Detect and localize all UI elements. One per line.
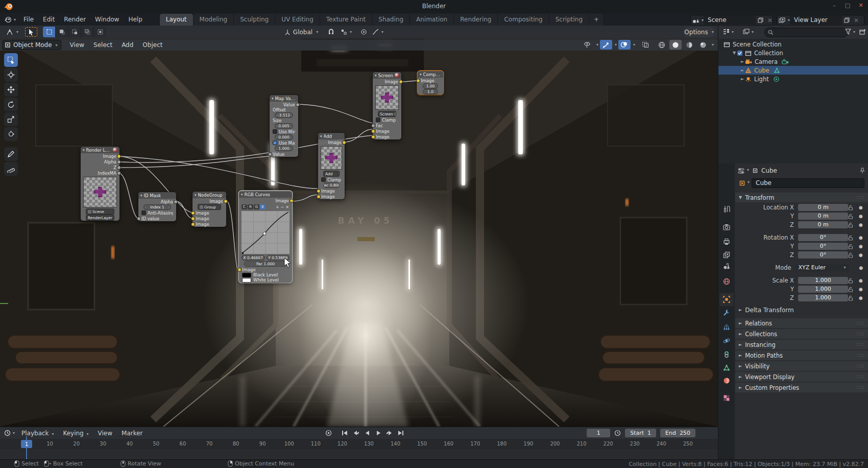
row-value-field[interactable]: 0 m (798, 221, 848, 228)
app-menu-button[interactable]: ▾ (4, 16, 16, 24)
panel-visibility[interactable]: ►Visibility:::: (735, 361, 868, 371)
collapse-node-icon[interactable]: ▾ (420, 73, 422, 77)
node-dropdown[interactable]: Scene (86, 208, 114, 215)
properties-tab-modifiers[interactable] (719, 306, 734, 319)
expand-icon[interactable]: ► (740, 68, 745, 73)
browse-icon[interactable] (88, 210, 91, 214)
lock-icon[interactable] (848, 278, 857, 284)
editor-type-timeline-icon[interactable]: ▾ (4, 430, 15, 436)
node-value-field[interactable]: ‹1.000› (275, 146, 293, 151)
lock-icon[interactable] (848, 205, 857, 210)
curve-tool-button[interactable]: − (280, 205, 285, 209)
prev-keyframe-button[interactable] (351, 429, 360, 437)
properties-tab-tool[interactable] (719, 202, 734, 216)
outliner-item-cube[interactable]: ►Cube (718, 66, 868, 75)
viewport-menu-add[interactable]: Add (117, 40, 138, 50)
panel-motion-paths[interactable]: ►Motion Paths:::: (735, 350, 868, 360)
panel-collections[interactable]: ►Collections:::: (735, 329, 868, 339)
panel-instancing[interactable]: ►Instancing:::: (735, 340, 868, 349)
snap-toggle[interactable] (325, 27, 337, 37)
select-mode-subtract[interactable] (68, 27, 81, 37)
properties-tab-physics[interactable] (719, 334, 734, 347)
properties-tab-scene[interactable] (719, 260, 734, 273)
animate-dot[interactable]: ● (857, 235, 864, 240)
view-layer-selector[interactable]: ▾ View Layer ✕ (777, 15, 864, 26)
node-dropdown[interactable]: Group (198, 204, 221, 210)
outliner-search-input[interactable] (764, 28, 848, 37)
row-value-field[interactable]: 0° (798, 243, 848, 250)
jump-to-start-button[interactable] (340, 429, 349, 437)
output-socket[interactable] (117, 166, 121, 170)
node-id-mask[interactable]: ▾ID MaskAlpha‹Index 1›Anti-AliasingID va… (138, 192, 176, 221)
checkbox[interactable]: ✓ (273, 141, 277, 145)
properties-tab-material[interactable] (719, 374, 734, 387)
animate-dot[interactable]: ● (858, 265, 864, 270)
outliner-item-light[interactable]: ►Light (718, 75, 868, 83)
node-render-layers[interactable]: ▾Render LayersImageAlphaZIndexMASceneRen… (81, 147, 119, 221)
output-socket[interactable] (117, 171, 121, 175)
node-checkbox[interactable]: Clamp (376, 118, 396, 123)
tool-annotate-button[interactable] (4, 147, 18, 161)
input-socket[interactable] (317, 195, 321, 199)
outliner-item-collection[interactable]: ▼Collection (718, 49, 868, 57)
shading-wireframe-button[interactable] (656, 40, 668, 50)
menu-render[interactable]: Render (59, 14, 90, 25)
animate-dot[interactable]: ● (857, 222, 864, 227)
node-value-field[interactable]: ‹-3.512› (275, 112, 293, 118)
node-value-field[interactable]: ‹0.000› (275, 134, 293, 140)
viewport[interactable]: BAY 05 (0, 39, 718, 427)
node-header[interactable]: ▾Add (318, 133, 345, 139)
properties-tab-data[interactable] (719, 361, 734, 375)
view-layer-name[interactable]: View Layer (790, 16, 842, 25)
output-socket[interactable] (296, 103, 300, 107)
workspace-tab-layout[interactable]: Layout (159, 14, 194, 26)
channel-g-button[interactable]: G (254, 204, 259, 209)
node-map-value[interactable]: ▾Map ValueValueOffset‹-3.512›Size‹0.005›… (270, 95, 298, 157)
next-keyframe-button[interactable] (385, 429, 394, 437)
menu-file[interactable]: File (19, 14, 38, 25)
checkbox[interactable] (376, 118, 380, 122)
properties-tab-texture[interactable] (719, 391, 734, 405)
output-socket[interactable] (174, 200, 178, 204)
maximize-button[interactable]: □ (843, 2, 852, 9)
curve-x-field[interactable]: ‹X 0.46667› (242, 255, 265, 261)
input-socket[interactable] (237, 268, 242, 272)
lock-icon[interactable] (848, 252, 857, 258)
expand-icon[interactable]: ► (740, 59, 745, 64)
node-dropdown[interactable]: Add (323, 171, 340, 177)
tool-move-button[interactable] (4, 83, 18, 97)
node-value-field[interactable]: 1.0 (423, 89, 438, 95)
viewport-menu-select[interactable]: Select (89, 40, 117, 50)
node-header[interactable]: ▾Map Value (270, 95, 298, 102)
node-header[interactable]: ▾ID Mask (138, 192, 176, 199)
node-value-field[interactable]: ‹Index 1› (143, 204, 171, 210)
timeline-menu-marker[interactable]: Marker (117, 429, 147, 438)
animate-dot[interactable]: ● (857, 205, 864, 210)
panel-relations[interactable]: ►Relations:::: (735, 318, 868, 328)
row-value-field[interactable]: 1.000 (798, 294, 848, 301)
lock-icon[interactable] (848, 222, 857, 228)
active-tool-dropdown[interactable]: ▾ (3, 27, 21, 37)
tool-cursor-button[interactable] (4, 68, 18, 82)
scene-selector[interactable]: ▾ Scene ✕ (690, 15, 773, 26)
new-collection-icon[interactable] (859, 29, 866, 35)
editor-type-outliner-icon[interactable]: ▾ (722, 29, 734, 35)
end-frame-field[interactable]: End 250 (660, 429, 695, 437)
tool-scale-button[interactable] (4, 112, 18, 126)
start-frame-field[interactable]: Start 1 (625, 429, 656, 437)
input-socket[interactable] (371, 135, 375, 139)
lock-icon[interactable] (848, 214, 857, 219)
tool-measure-button[interactable] (4, 162, 18, 176)
node-value-field[interactable]: 1.00 (423, 83, 438, 89)
node-header[interactable]: ▾Render Layers (81, 147, 119, 153)
select-mode-new[interactable] (43, 27, 56, 37)
filter-icon[interactable]: ▾ (845, 29, 855, 35)
expand-icon[interactable]: ▼ (732, 51, 737, 55)
outliner-item-camera[interactable]: ►Camera (718, 57, 868, 66)
input-socket[interactable] (371, 129, 375, 133)
animate-dot[interactable]: ● (857, 295, 864, 300)
timeline-menu-playback[interactable]: Playback ▾ (17, 429, 58, 438)
tool-transform-button[interactable] (4, 127, 18, 141)
remove-view-layer-icon[interactable]: ✕ (852, 17, 861, 24)
properties-tab-output[interactable] (719, 235, 734, 248)
